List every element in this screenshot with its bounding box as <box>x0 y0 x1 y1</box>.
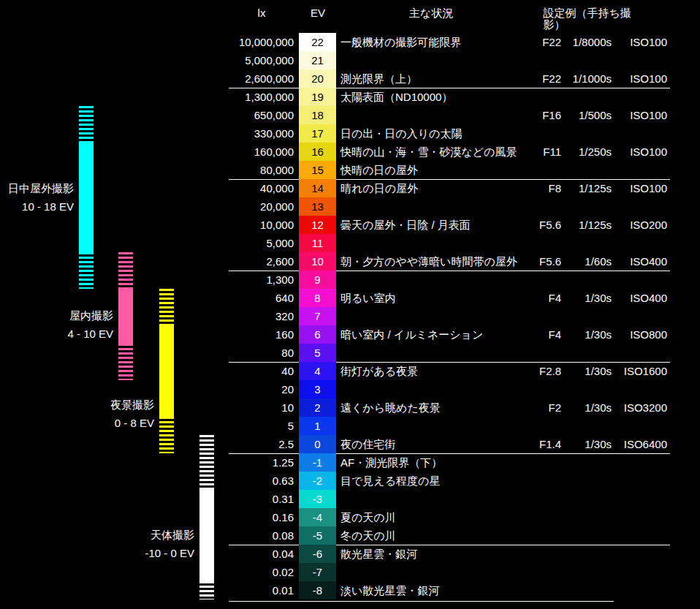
ev-color-cell: -6 <box>299 545 336 563</box>
range-bar-2 <box>118 252 133 380</box>
iso-value: ISO1600 <box>624 362 667 380</box>
lx-value: 0.08 <box>273 526 294 545</box>
solid-segment <box>199 490 214 581</box>
lx-value: 40 <box>281 362 294 380</box>
aperture-value: F2 <box>548 398 561 417</box>
aperture-value: F16 <box>542 106 561 124</box>
situation-text: 測光限界（上） <box>341 69 417 88</box>
ev-color-cell: 13 <box>299 197 336 216</box>
band-separator-line <box>229 179 670 180</box>
ev-color-cell: 7 <box>299 307 336 325</box>
ev-color-cell: 10 <box>299 252 336 271</box>
hatched-segment-top <box>159 289 174 325</box>
situation-text: 日の出・日の入りの太陽 <box>341 124 462 143</box>
situation-text: 太陽表面（ND10000） <box>341 88 452 106</box>
hatched-segment-top <box>118 252 133 289</box>
aperture-value: F5.6 <box>539 252 561 271</box>
situation-text: AF・測光限界（下） <box>341 453 442 472</box>
iso-value: ISO100 <box>630 33 667 51</box>
aperture-value: F4 <box>548 325 561 344</box>
lx-value: 0.01 <box>273 581 294 599</box>
lx-value: 160 <box>275 325 294 344</box>
iso-value: ISO400 <box>630 289 667 307</box>
shutter-speed-value: 1/250s <box>579 143 612 161</box>
situation-text: 夏の天の川 <box>341 508 396 526</box>
aperture-value: F8 <box>548 179 561 197</box>
ev-color-cell: 6 <box>299 325 336 344</box>
lx-value: 40,000 <box>260 179 294 197</box>
band-separator-line <box>229 362 670 363</box>
exposure-ev-lux-chart: lx EV 主な状況 設定例（手持ち撮影） 日中屋外撮影10 - 18 EV屋内… <box>0 0 700 609</box>
iso-value: ISO100 <box>630 106 667 124</box>
lx-value: 160,000 <box>254 143 294 161</box>
ev-color-cell: 21 <box>299 51 336 69</box>
shutter-speed-value: 1/1000s <box>573 69 612 88</box>
shutter-speed-value: 1/30s <box>585 289 612 307</box>
shutter-speed-value: 1/8000s <box>573 33 612 51</box>
iso-value: ISO3200 <box>624 398 667 417</box>
situation-text: 快晴の日の屋外 <box>341 161 418 179</box>
range-bar-4 <box>199 435 214 599</box>
shutter-speed-value: 1/60s <box>585 252 612 271</box>
lx-value: 5 <box>288 417 294 435</box>
ev-color-cell: 8 <box>299 289 336 307</box>
lx-value: 640 <box>275 289 294 307</box>
ev-color-cell: -8 <box>299 581 336 599</box>
situation-text: 遠くから眺めた夜景 <box>341 398 441 417</box>
situation-text: 朝・夕方のやや薄暗い時間帯の屋外 <box>341 252 517 271</box>
range-bar-label: 屋内撮影 <box>69 306 113 325</box>
ev-color-cell: 20 <box>299 69 336 88</box>
column-header-situation: 主な状況 <box>409 7 453 19</box>
hatched-segment-bottom <box>79 252 94 289</box>
lx-value: 2,600,000 <box>245 69 294 88</box>
shutter-speed-value: 1/30s <box>585 398 612 417</box>
situation-text: 冬の天の川 <box>341 526 396 545</box>
iso-value: ISO6400 <box>624 435 667 453</box>
situation-text: 一般機材の撮影可能限界 <box>341 33 461 51</box>
iso-value: ISO100 <box>630 179 667 197</box>
shutter-speed-value: 1/125s <box>579 216 612 234</box>
ev-color-cell: 1 <box>299 417 336 435</box>
bottom-separator-line <box>229 601 614 602</box>
shutter-speed-value: 1/125s <box>579 179 612 197</box>
range-bar-label: 夜景撮影 <box>110 396 154 414</box>
aperture-value: F5.6 <box>539 216 561 234</box>
situation-text: 街灯がある夜景 <box>341 362 418 380</box>
band-separator-line <box>229 453 670 454</box>
aperture-value: F11 <box>543 143 561 161</box>
situation-text: 快晴の山・海・雪・砂漠などの風景 <box>341 143 517 161</box>
iso-value: ISO400 <box>630 252 667 271</box>
ev-color-cell: 15 <box>299 161 336 179</box>
lx-value: 5,000 <box>266 234 294 252</box>
ev-color-cell: 22 <box>299 33 336 51</box>
ev-color-cell: -1 <box>299 453 336 472</box>
lx-value: 80,000 <box>260 161 294 179</box>
situation-text: 暗い室内 / イルミネーション <box>341 325 483 344</box>
range-bar-ev-range: 4 - 10 EV <box>67 325 113 343</box>
lx-value: 0.31 <box>273 490 294 508</box>
lx-value: 330,000 <box>254 124 294 143</box>
ev-color-cell: 9 <box>299 271 336 289</box>
ev-color-cell: -5 <box>299 526 336 545</box>
ev-color-cell: 17 <box>299 124 336 143</box>
range-bar-label: 日中屋外撮影 <box>8 179 74 197</box>
situation-text: 淡い散光星雲・銀河 <box>341 581 439 599</box>
shutter-speed-value: 1/30s <box>585 325 612 344</box>
lx-value: 5,000,000 <box>245 51 294 69</box>
aperture-value: F4 <box>548 289 561 307</box>
column-header-ev: EV <box>311 7 325 19</box>
lx-value: 2,600 <box>266 252 294 271</box>
column-header-lx: lx <box>258 7 266 19</box>
shutter-speed-value: 1/30s <box>585 435 612 453</box>
ev-color-cell: -3 <box>299 490 336 508</box>
hatched-segment-bottom <box>118 344 133 380</box>
ev-color-cell: 4 <box>299 362 336 380</box>
lx-value: 2.5 <box>278 435 294 453</box>
ev-color-cell: 11 <box>299 234 336 252</box>
situation-text: 夜の住宅街 <box>341 435 395 453</box>
situation-text: 散光星雲・銀河 <box>341 545 417 563</box>
solid-segment <box>79 143 94 252</box>
shutter-speed-value: 1/500s <box>579 106 612 124</box>
iso-value: ISO200 <box>630 216 667 234</box>
lx-value: 10,000,000 <box>239 33 294 51</box>
